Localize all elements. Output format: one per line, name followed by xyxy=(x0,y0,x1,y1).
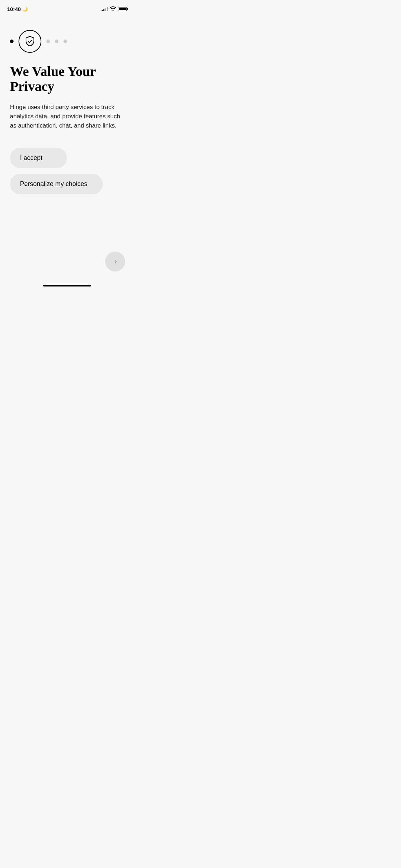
next-button[interactable]: › xyxy=(105,252,125,272)
main-content: We Value Your Privacy Hinge uses third p… xyxy=(0,16,134,200)
moon-icon: 🌙 xyxy=(22,6,28,12)
wifi-icon xyxy=(110,6,116,12)
accept-button[interactable]: I accept xyxy=(10,148,67,168)
signal-icon xyxy=(102,7,108,11)
progress-row xyxy=(10,30,124,53)
progress-dot-2 xyxy=(46,40,50,43)
status-icons xyxy=(102,6,127,12)
shield-icon xyxy=(19,30,41,53)
progress-dot-filled xyxy=(10,40,14,43)
page-title: We Value Your Privacy xyxy=(10,64,124,94)
home-indicator xyxy=(43,285,91,286)
buttons-container: I accept Personalize my choices xyxy=(10,148,124,200)
time-display: 10:40 xyxy=(7,6,21,12)
chevron-right-icon: › xyxy=(114,257,117,266)
personalize-button[interactable]: Personalize my choices xyxy=(10,174,103,194)
status-bar: 10:40 🌙 xyxy=(0,0,134,16)
status-time: 10:40 🌙 xyxy=(7,6,28,12)
battery-icon xyxy=(118,7,127,11)
progress-dot-3 xyxy=(55,40,58,43)
progress-dot-4 xyxy=(63,40,67,43)
privacy-description: Hinge uses third party services to track… xyxy=(10,103,124,131)
